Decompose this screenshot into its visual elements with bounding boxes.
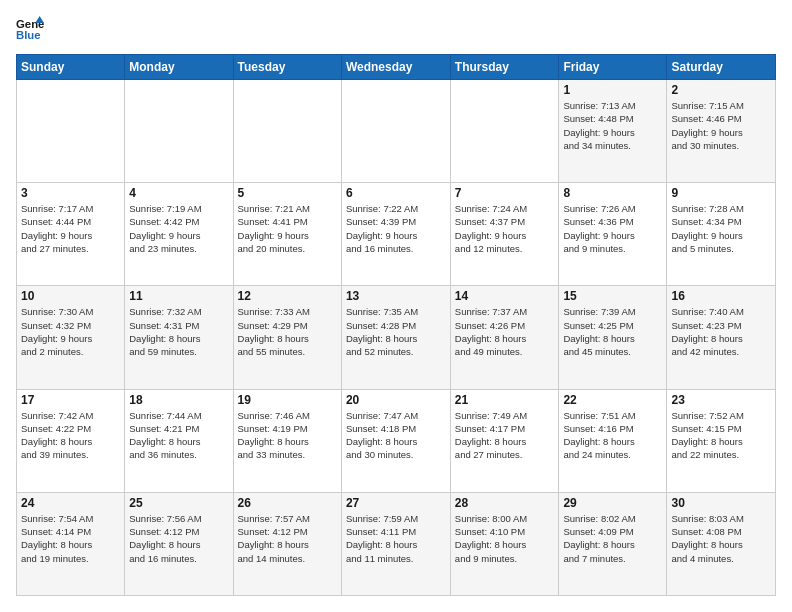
day-info: Sunrise: 7:56 AM Sunset: 4:12 PM Dayligh…	[129, 512, 228, 565]
calendar-cell: 30Sunrise: 8:03 AM Sunset: 4:08 PM Dayli…	[667, 492, 776, 595]
day-info: Sunrise: 7:15 AM Sunset: 4:46 PM Dayligh…	[671, 99, 771, 152]
day-info: Sunrise: 7:42 AM Sunset: 4:22 PM Dayligh…	[21, 409, 120, 462]
weekday-saturday: Saturday	[667, 55, 776, 80]
day-info: Sunrise: 7:49 AM Sunset: 4:17 PM Dayligh…	[455, 409, 555, 462]
weekday-header-row: SundayMondayTuesdayWednesdayThursdayFrid…	[17, 55, 776, 80]
day-info: Sunrise: 7:26 AM Sunset: 4:36 PM Dayligh…	[563, 202, 662, 255]
day-info: Sunrise: 7:24 AM Sunset: 4:37 PM Dayligh…	[455, 202, 555, 255]
day-info: Sunrise: 7:39 AM Sunset: 4:25 PM Dayligh…	[563, 305, 662, 358]
week-row-2: 3Sunrise: 7:17 AM Sunset: 4:44 PM Daylig…	[17, 183, 776, 286]
day-info: Sunrise: 7:33 AM Sunset: 4:29 PM Dayligh…	[238, 305, 337, 358]
day-number: 12	[238, 289, 337, 303]
day-number: 6	[346, 186, 446, 200]
calendar-cell: 25Sunrise: 7:56 AM Sunset: 4:12 PM Dayli…	[125, 492, 233, 595]
header: General Blue	[16, 16, 776, 44]
calendar-cell	[233, 80, 341, 183]
day-number: 11	[129, 289, 228, 303]
calendar-cell: 10Sunrise: 7:30 AM Sunset: 4:32 PM Dayli…	[17, 286, 125, 389]
calendar-page: General Blue SundayMondayTuesdayWednesda…	[0, 0, 792, 612]
day-number: 18	[129, 393, 228, 407]
day-number: 14	[455, 289, 555, 303]
day-info: Sunrise: 7:21 AM Sunset: 4:41 PM Dayligh…	[238, 202, 337, 255]
calendar-cell: 29Sunrise: 8:02 AM Sunset: 4:09 PM Dayli…	[559, 492, 667, 595]
day-number: 27	[346, 496, 446, 510]
day-number: 30	[671, 496, 771, 510]
day-number: 28	[455, 496, 555, 510]
weekday-monday: Monday	[125, 55, 233, 80]
calendar-cell: 15Sunrise: 7:39 AM Sunset: 4:25 PM Dayli…	[559, 286, 667, 389]
calendar-cell: 2Sunrise: 7:15 AM Sunset: 4:46 PM Daylig…	[667, 80, 776, 183]
calendar-cell: 19Sunrise: 7:46 AM Sunset: 4:19 PM Dayli…	[233, 389, 341, 492]
day-number: 13	[346, 289, 446, 303]
day-number: 9	[671, 186, 771, 200]
day-info: Sunrise: 7:35 AM Sunset: 4:28 PM Dayligh…	[346, 305, 446, 358]
calendar-table: SundayMondayTuesdayWednesdayThursdayFrid…	[16, 54, 776, 596]
weekday-tuesday: Tuesday	[233, 55, 341, 80]
calendar-cell: 26Sunrise: 7:57 AM Sunset: 4:12 PM Dayli…	[233, 492, 341, 595]
svg-text:Blue: Blue	[16, 29, 41, 41]
day-info: Sunrise: 7:59 AM Sunset: 4:11 PM Dayligh…	[346, 512, 446, 565]
week-row-4: 17Sunrise: 7:42 AM Sunset: 4:22 PM Dayli…	[17, 389, 776, 492]
weekday-sunday: Sunday	[17, 55, 125, 80]
day-info: Sunrise: 7:30 AM Sunset: 4:32 PM Dayligh…	[21, 305, 120, 358]
day-info: Sunrise: 7:47 AM Sunset: 4:18 PM Dayligh…	[346, 409, 446, 462]
calendar-cell: 4Sunrise: 7:19 AM Sunset: 4:42 PM Daylig…	[125, 183, 233, 286]
calendar-cell: 11Sunrise: 7:32 AM Sunset: 4:31 PM Dayli…	[125, 286, 233, 389]
day-number: 22	[563, 393, 662, 407]
weekday-wednesday: Wednesday	[341, 55, 450, 80]
day-number: 23	[671, 393, 771, 407]
day-number: 7	[455, 186, 555, 200]
day-number: 19	[238, 393, 337, 407]
day-info: Sunrise: 7:40 AM Sunset: 4:23 PM Dayligh…	[671, 305, 771, 358]
logo: General Blue	[16, 16, 44, 44]
day-info: Sunrise: 7:19 AM Sunset: 4:42 PM Dayligh…	[129, 202, 228, 255]
day-info: Sunrise: 7:13 AM Sunset: 4:48 PM Dayligh…	[563, 99, 662, 152]
calendar-cell: 27Sunrise: 7:59 AM Sunset: 4:11 PM Dayli…	[341, 492, 450, 595]
day-number: 5	[238, 186, 337, 200]
calendar-cell: 13Sunrise: 7:35 AM Sunset: 4:28 PM Dayli…	[341, 286, 450, 389]
day-info: Sunrise: 8:00 AM Sunset: 4:10 PM Dayligh…	[455, 512, 555, 565]
calendar-cell: 9Sunrise: 7:28 AM Sunset: 4:34 PM Daylig…	[667, 183, 776, 286]
day-number: 8	[563, 186, 662, 200]
day-info: Sunrise: 7:17 AM Sunset: 4:44 PM Dayligh…	[21, 202, 120, 255]
calendar-cell: 14Sunrise: 7:37 AM Sunset: 4:26 PM Dayli…	[450, 286, 559, 389]
calendar-cell: 17Sunrise: 7:42 AM Sunset: 4:22 PM Dayli…	[17, 389, 125, 492]
calendar-cell: 18Sunrise: 7:44 AM Sunset: 4:21 PM Dayli…	[125, 389, 233, 492]
day-number: 1	[563, 83, 662, 97]
week-row-1: 1Sunrise: 7:13 AM Sunset: 4:48 PM Daylig…	[17, 80, 776, 183]
week-row-5: 24Sunrise: 7:54 AM Sunset: 4:14 PM Dayli…	[17, 492, 776, 595]
day-info: Sunrise: 8:03 AM Sunset: 4:08 PM Dayligh…	[671, 512, 771, 565]
day-number: 29	[563, 496, 662, 510]
day-info: Sunrise: 7:52 AM Sunset: 4:15 PM Dayligh…	[671, 409, 771, 462]
day-info: Sunrise: 7:51 AM Sunset: 4:16 PM Dayligh…	[563, 409, 662, 462]
calendar-cell: 12Sunrise: 7:33 AM Sunset: 4:29 PM Dayli…	[233, 286, 341, 389]
calendar-cell: 21Sunrise: 7:49 AM Sunset: 4:17 PM Dayli…	[450, 389, 559, 492]
day-number: 21	[455, 393, 555, 407]
week-row-3: 10Sunrise: 7:30 AM Sunset: 4:32 PM Dayli…	[17, 286, 776, 389]
calendar-cell: 28Sunrise: 8:00 AM Sunset: 4:10 PM Dayli…	[450, 492, 559, 595]
calendar-cell: 8Sunrise: 7:26 AM Sunset: 4:36 PM Daylig…	[559, 183, 667, 286]
calendar-cell: 3Sunrise: 7:17 AM Sunset: 4:44 PM Daylig…	[17, 183, 125, 286]
calendar-cell: 24Sunrise: 7:54 AM Sunset: 4:14 PM Dayli…	[17, 492, 125, 595]
logo-icon: General Blue	[16, 16, 44, 44]
day-info: Sunrise: 7:37 AM Sunset: 4:26 PM Dayligh…	[455, 305, 555, 358]
day-info: Sunrise: 7:54 AM Sunset: 4:14 PM Dayligh…	[21, 512, 120, 565]
day-info: Sunrise: 7:28 AM Sunset: 4:34 PM Dayligh…	[671, 202, 771, 255]
calendar-cell: 22Sunrise: 7:51 AM Sunset: 4:16 PM Dayli…	[559, 389, 667, 492]
calendar-cell: 23Sunrise: 7:52 AM Sunset: 4:15 PM Dayli…	[667, 389, 776, 492]
day-number: 2	[671, 83, 771, 97]
day-info: Sunrise: 7:46 AM Sunset: 4:19 PM Dayligh…	[238, 409, 337, 462]
weekday-thursday: Thursday	[450, 55, 559, 80]
day-number: 25	[129, 496, 228, 510]
day-number: 26	[238, 496, 337, 510]
day-info: Sunrise: 8:02 AM Sunset: 4:09 PM Dayligh…	[563, 512, 662, 565]
calendar-cell: 5Sunrise: 7:21 AM Sunset: 4:41 PM Daylig…	[233, 183, 341, 286]
calendar-cell: 1Sunrise: 7:13 AM Sunset: 4:48 PM Daylig…	[559, 80, 667, 183]
calendar-cell: 20Sunrise: 7:47 AM Sunset: 4:18 PM Dayli…	[341, 389, 450, 492]
calendar-cell: 6Sunrise: 7:22 AM Sunset: 4:39 PM Daylig…	[341, 183, 450, 286]
weekday-friday: Friday	[559, 55, 667, 80]
day-number: 17	[21, 393, 120, 407]
day-number: 4	[129, 186, 228, 200]
day-number: 10	[21, 289, 120, 303]
calendar-cell	[341, 80, 450, 183]
